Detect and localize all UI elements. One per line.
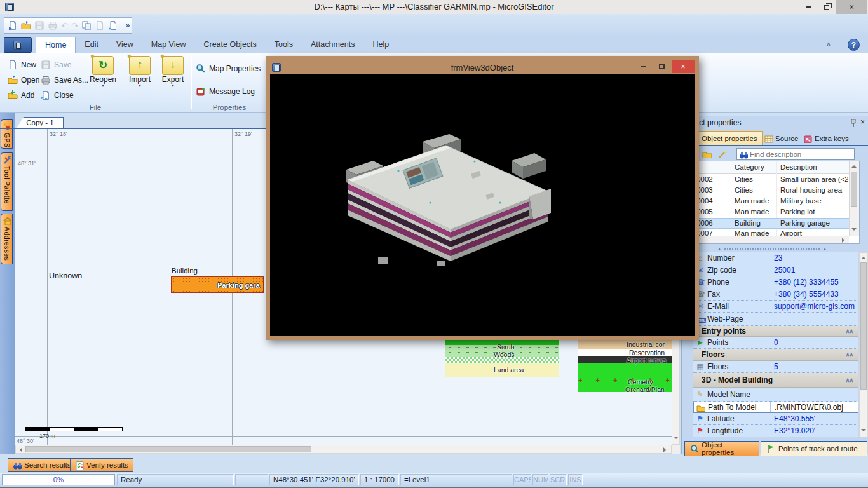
viewer-3d-canvas[interactable] [270, 74, 695, 336]
scroll-up-icon[interactable] [851, 163, 857, 168]
add-button[interactable]: Add [8, 89, 34, 102]
tab-help[interactable]: Help [363, 37, 398, 53]
new-button[interactable]: New [8, 58, 36, 71]
prop-row-number[interactable]: ⌂ Number 23 [693, 252, 858, 264]
application-menu-button[interactable] [4, 37, 32, 53]
help-icon[interactable]: ? [848, 39, 860, 51]
collapse-section-icon[interactable]: ∧∧ [846, 379, 853, 382]
collapse-section-icon[interactable]: ∧∧ [846, 353, 853, 356]
scroll-right-icon[interactable] [663, 447, 668, 452]
bottom-tab-track-points[interactable]: Points of track and route [761, 441, 867, 456]
open-classifier-icon[interactable] [702, 149, 712, 159]
table-vertical-scrollbar[interactable] [849, 161, 859, 236]
copy-icon[interactable] [81, 20, 92, 30]
export-button[interactable]: *↓ Export ▾ [156, 56, 189, 88]
table-row[interactable]: 0x0004 Man made Military base [685, 196, 849, 207]
find-description-input[interactable] [736, 148, 855, 160]
collapse-ribbon-icon[interactable]: ∧ [826, 40, 831, 48]
save-as-button[interactable]: Save As... [41, 74, 88, 86]
message-log-button[interactable]: Message Log [196, 85, 255, 98]
redo-icon[interactable]: ↷ [71, 20, 78, 30]
prop-row-phone[interactable]: ☎ Phone +380 (12) 3334455 [693, 276, 858, 288]
prop-row-zip[interactable]: ✉ Zip code 25001 [693, 264, 858, 276]
prop-row-model-name[interactable]: ✎ Model Name [693, 388, 858, 402]
paste-icon[interactable] [95, 20, 105, 30]
prop-row-longtitude[interactable]: ⚑ Longtitude E32°19.020' [693, 425, 858, 437]
propgrid-vertical-scrollbar[interactable] [859, 252, 868, 437]
tab-create-objects[interactable]: Create Objects [194, 37, 265, 53]
close-button[interactable]: × [836, 0, 867, 14]
tab-attachments[interactable]: Attachments [302, 37, 363, 53]
undo-icon[interactable]: ↶ [61, 20, 68, 30]
category-header[interactable]: Category [735, 163, 764, 171]
sidebar-tab-tool-palette[interactable]: Tool Palette [1, 152, 13, 211]
panel-tab-object-properties[interactable]: Object properties [696, 131, 763, 146]
verify-results-tab[interactable]: Verify results [70, 458, 133, 472]
open-folder-icon[interactable] [21, 20, 31, 30]
description-header[interactable]: Description [780, 163, 817, 171]
tab-view[interactable]: View [107, 37, 142, 53]
open-button[interactable]: Open [8, 74, 39, 86]
export-dropdown-icon[interactable]: ▾ [156, 84, 189, 88]
sidebar-tab-addresses[interactable]: Addresses [1, 214, 13, 264]
prop-row-points[interactable]: ► Points 0 [693, 337, 858, 349]
sidebar-tab-gps[interactable]: GPS [1, 119, 13, 149]
tab-tools[interactable]: Tools [266, 37, 302, 53]
tab-home[interactable]: Home [36, 37, 76, 53]
viewer-close-button[interactable]: × [672, 60, 695, 73]
import-button[interactable]: *↑ Import ▾ [123, 56, 156, 88]
export-doc-icon[interactable] [108, 20, 118, 30]
minimize-button[interactable] [799, 0, 817, 14]
table-horizontal-scrollbar[interactable] [685, 236, 849, 244]
table-row[interactable]: 0x0003 Cities Rural housing area [685, 186, 849, 196]
scroll-up-icon[interactable] [861, 254, 866, 259]
close-map-button[interactable]: Close [41, 89, 74, 102]
reopen-dropdown-icon[interactable]: ▾ [86, 84, 119, 88]
section-3d-model[interactable]: 3D - Model Building ∧∧ [693, 373, 858, 388]
scroll-down-icon[interactable] [674, 437, 679, 442]
search-results-tab[interactable]: Search results [8, 458, 76, 472]
scroll-down-icon[interactable] [861, 429, 866, 434]
viewer-titlebar[interactable]: frmView3dObject × [270, 60, 695, 74]
panel-tab-extra-keys[interactable]: Extra keys [799, 131, 853, 146]
scrollbar-thumb[interactable] [851, 172, 857, 207]
table-row[interactable]: 0x0002 Cities Small urban area (<200K) [685, 175, 849, 186]
viewer-maximize-button[interactable] [653, 61, 670, 73]
scrollbar-thumb[interactable] [860, 262, 867, 390]
qat-overflow-icon[interactable]: » [126, 21, 130, 30]
pin-icon[interactable] [848, 118, 857, 127]
prop-row-fax[interactable]: ☎ Fax +380 (34) 5554433 [693, 288, 858, 301]
collapse-section-icon[interactable]: ∧∧ [846, 330, 853, 333]
section-entry-points[interactable]: Entry points ∧∧ [693, 326, 858, 337]
import-dropdown-icon[interactable]: ▾ [123, 84, 156, 88]
bottom-tab-object-properties[interactable]: Object properties [684, 441, 759, 456]
table-row[interactable]: 0x0005 Man made Parking lot [685, 207, 849, 218]
prop-row-floors[interactable]: ▦ Floors 5 [693, 361, 858, 373]
section-floors[interactable]: Floors ∧∧ [693, 349, 858, 361]
map-properties-button[interactable]: Map Properties [196, 62, 261, 75]
tab-edit[interactable]: Edit [76, 37, 107, 53]
save-icon[interactable] [34, 20, 44, 30]
prop-row-latitude[interactable]: ⚑ Latitude E48°30.555' [693, 413, 858, 425]
tab-map-view[interactable]: Map View [142, 37, 195, 53]
map-document-tab[interactable]: Copy - 1 [17, 117, 64, 128]
map-horizontal-scrollbar[interactable] [15, 445, 672, 454]
viewer-minimize-button[interactable] [635, 61, 651, 73]
panel-close-icon[interactable]: × [860, 118, 865, 126]
panel-splitter[interactable]: ▴ ▴ [684, 245, 860, 252]
scroll-left-icon[interactable] [17, 447, 22, 452]
prop-row-path-to-model[interactable]: Path To Model .RMINTOWER\0.obj [693, 402, 858, 413]
prop-row-email[interactable]: ✉ E-Mail support@micro-gis.com [693, 301, 858, 313]
scroll-down-icon[interactable] [851, 228, 857, 233]
prop-row-webpage[interactable]: HTML Web-Page [693, 313, 858, 326]
open-map-icon[interactable] [8, 20, 18, 30]
magic-wand-icon[interactable] [717, 149, 728, 159]
scrollbar-thumb[interactable] [25, 446, 311, 452]
restore-button[interactable] [817, 0, 836, 14]
table-row-selected[interactable]: 0x0006 Building Parking garage [685, 218, 849, 229]
print-icon[interactable] [48, 20, 58, 30]
panel-tab-source[interactable]: Source [759, 131, 803, 146]
scroll-right-icon[interactable] [842, 238, 847, 243]
reopen-button[interactable]: *↻ Reopen ▾ [86, 56, 119, 88]
save-button[interactable]: Save [41, 58, 71, 71]
